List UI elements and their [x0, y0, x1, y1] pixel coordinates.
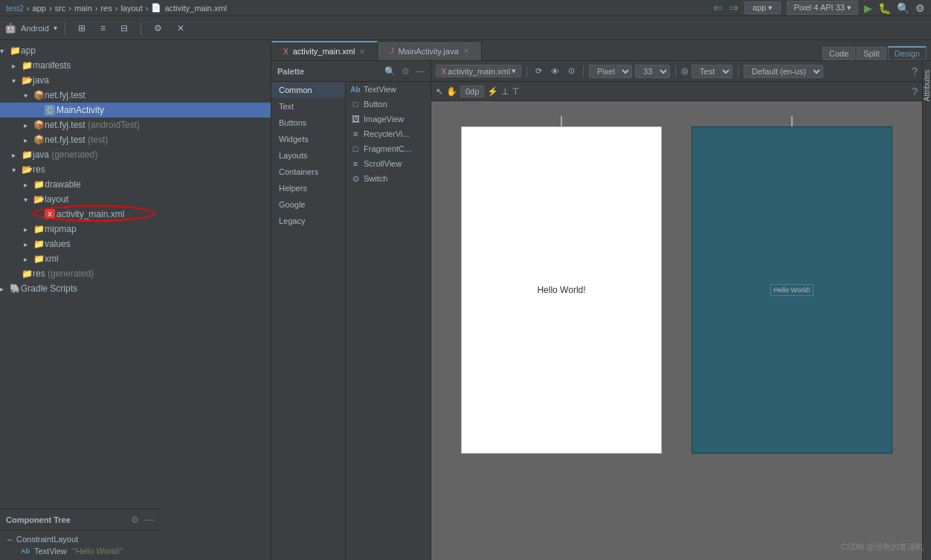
view-mode-code[interactable]: Code	[822, 47, 855, 60]
scrollview-label: ScrollView	[364, 159, 402, 168]
palette-cat-google[interactable]: Google	[271, 196, 345, 213]
app-dropdown[interactable]: app ▾	[744, 1, 781, 14]
android-icon: 🤖	[4, 22, 16, 33]
design-toolbar-sep4	[738, 65, 738, 77]
collapse-btn[interactable]: ≡	[95, 21, 111, 36]
tab-mainactivity-label: MainActivity.java	[398, 47, 458, 56]
view-mode-design[interactable]: Design	[888, 46, 927, 60]
palette-cat-containers[interactable]: Containers	[271, 164, 345, 180]
expand-btn[interactable]: ⊟	[115, 21, 133, 36]
tree-item-xml-folder[interactable]: ▸ 📁 xml	[0, 251, 271, 266]
palette-cat-text[interactable]: Text	[271, 98, 345, 115]
comp-tree-close-icon[interactable]: —	[145, 515, 154, 525]
folder-layout-icon: 📂	[33, 194, 45, 205]
view-mode-split[interactable]: Split	[857, 47, 886, 60]
run-icon[interactable]: ▶	[864, 2, 872, 14]
tree-item-package-test[interactable]: ▸ 📦 net.fyj.test (test)	[0, 132, 271, 147]
settings-icon[interactable]: ⚙	[915, 2, 925, 14]
theme-select[interactable]: Test	[692, 65, 732, 78]
tree-label-layout: layout	[45, 194, 68, 205]
toolbar-separator-2	[141, 22, 141, 35]
device-dropdown[interactable]: Pixel 4 API 33 ▾	[787, 1, 858, 15]
arrow-manifests: ▸	[12, 62, 21, 70]
palette-close-icon[interactable]: —	[416, 66, 425, 77]
tree-item-java-gen[interactable]: ▸ 📁 java (generated)	[0, 147, 271, 162]
gradle-icon: 🐘	[9, 283, 21, 294]
palette-cat-buttons[interactable]: Buttons	[271, 115, 345, 131]
help-secondary-icon[interactable]: ?	[912, 86, 918, 97]
component-tree-toolbar: ⚙ —	[131, 515, 154, 525]
palette-cat-widgets[interactable]: Widgets	[271, 131, 345, 147]
tab-activity-main-xml[interactable]: X activity_main.xml ✕	[271, 41, 378, 60]
filename-dropdown[interactable]: X activity_main.xml ▾	[436, 65, 521, 77]
attributes-tab-label[interactable]: Attributes	[923, 64, 931, 107]
offset-value: 0dp	[466, 87, 479, 96]
baseline-btn[interactable]: ⊤	[512, 86, 519, 97]
comp-tree-textview-label: TextView	[34, 547, 67, 556]
palette-widget-imageview[interactable]: 🖼 ImageView	[346, 112, 431, 126]
tree-item-mipmap[interactable]: ▸ 📁 mipmap	[0, 222, 271, 236]
palette-widget-fragmentcontainer[interactable]: □ FragmentC...	[346, 141, 431, 156]
arrow-test: ▸	[24, 136, 33, 144]
comp-tree-textview-value: "Hello World!"	[73, 547, 123, 556]
tree-item-values[interactable]: ▸ 📁 values	[0, 236, 271, 251]
src-segment: src	[55, 4, 66, 13]
tab-mainactivity-java[interactable]: J MainActivity.java ✕	[378, 41, 481, 60]
select-mode-btn[interactable]: ↖	[436, 86, 443, 97]
tree-item-package-main[interactable]: ▾ 📦 net.fyj.test	[0, 88, 271, 103]
palette-widget-button[interactable]: □ Button	[346, 97, 431, 112]
tree-item-package-androidtest[interactable]: ▸ 📦 net.fyj.test (androidTest)	[0, 118, 271, 132]
search-icon[interactable]: 🔍	[897, 2, 909, 14]
res-segment: res	[100, 4, 112, 13]
palette-settings-icon[interactable]: ⚙	[402, 66, 410, 77]
tree-item-manifests[interactable]: ▸ 📁 manifests	[0, 58, 271, 73]
close-panel-btn[interactable]: ✕	[172, 21, 190, 36]
tab-java-close[interactable]: ✕	[463, 47, 469, 55]
tree-item-layout[interactable]: ▾ 📂 layout	[0, 192, 271, 207]
palette-cat-common[interactable]: Common	[271, 82, 345, 98]
palette-cat-layouts[interactable]: Layouts	[271, 147, 345, 164]
tree-item-mainactivity[interactable]: ▸ C MainActivity	[0, 103, 271, 118]
arrow-java: ▾	[12, 77, 21, 85]
tree-item-activity-main-xml[interactable]: ▸ X activity_main.xml	[0, 207, 271, 222]
tree-item-res-gen[interactable]: ▸ 📁 res (generated)	[0, 266, 271, 281]
nav-back-icon[interactable]: ⇐	[713, 1, 723, 15]
design-orientation-btn[interactable]: ⟳	[532, 65, 545, 77]
palette-widget-switch[interactable]: ⊙ Switch	[346, 171, 431, 186]
palette-cat-legacy[interactable]: Legacy	[271, 213, 345, 229]
comp-tree-root-label: ConstraintLayout	[16, 535, 78, 544]
palette-cat-helpers[interactable]: Helpers	[271, 180, 345, 196]
palette-widget-recyclerview[interactable]: ≡ RecyclerVi...	[346, 126, 431, 141]
pan-mode-btn[interactable]: ✋	[446, 86, 457, 97]
tree-item-app[interactable]: ▾ 📁 app	[0, 43, 271, 58]
tree-label-drawable: drawable	[45, 179, 81, 190]
settings-gear-btn[interactable]: ⚙	[149, 21, 167, 36]
project-panel: ▾ 📁 app ▸ 📁 manifests ▾ 📂 java ▾ 📦 net.f…	[0, 40, 271, 560]
constraint-btn[interactable]: ⚡	[487, 86, 498, 97]
design-target-btn[interactable]: ⊙	[565, 65, 578, 77]
palette-widget-scrollview[interactable]: ≡ ScrollView	[346, 156, 431, 171]
tree-item-gradle[interactable]: ▸ 🐘 Gradle Scripts	[0, 281, 271, 296]
debug-icon[interactable]: 🐛	[878, 2, 891, 14]
align-btn[interactable]: ⊥	[501, 86, 509, 97]
palette-widget-textview[interactable]: Ab TextView	[346, 82, 431, 97]
project-name[interactable]: test2	[6, 4, 24, 13]
recyclerview-icon: ≡	[350, 129, 361, 139]
comp-tree-settings-icon[interactable]: ⚙	[131, 515, 139, 525]
nav-forward-icon[interactable]: ⇒	[729, 1, 738, 15]
locale-select[interactable]: Default (en-us)	[744, 65, 823, 78]
palette-search-icon[interactable]: 🔍	[384, 66, 396, 77]
help-icon[interactable]: ?	[912, 65, 918, 77]
api-select[interactable]: 33	[635, 65, 670, 78]
tree-item-java[interactable]: ▾ 📂 java	[0, 73, 271, 88]
tab-xml-close[interactable]: ✕	[359, 48, 365, 56]
android-dropdown-arrow[interactable]: ▾	[54, 24, 57, 32]
design-eye-btn[interactable]: 👁	[548, 66, 562, 77]
design-toolbar: X activity_main.xml ▾ ⟳ 👁 ⊙ Pixel 33	[431, 61, 922, 82]
tree-item-drawable[interactable]: ▸ 📁 drawable	[0, 177, 271, 192]
comp-tree-root[interactable]: ↔ ConstraintLayout	[6, 533, 154, 545]
comp-tree-textview[interactable]: Ab TextView "Hello World!"	[21, 545, 154, 557]
device-select[interactable]: Pixel	[589, 65, 632, 78]
sync-files-btn[interactable]: ⊞	[73, 21, 91, 36]
tree-item-res[interactable]: ▾ 📂 res	[0, 162, 271, 177]
